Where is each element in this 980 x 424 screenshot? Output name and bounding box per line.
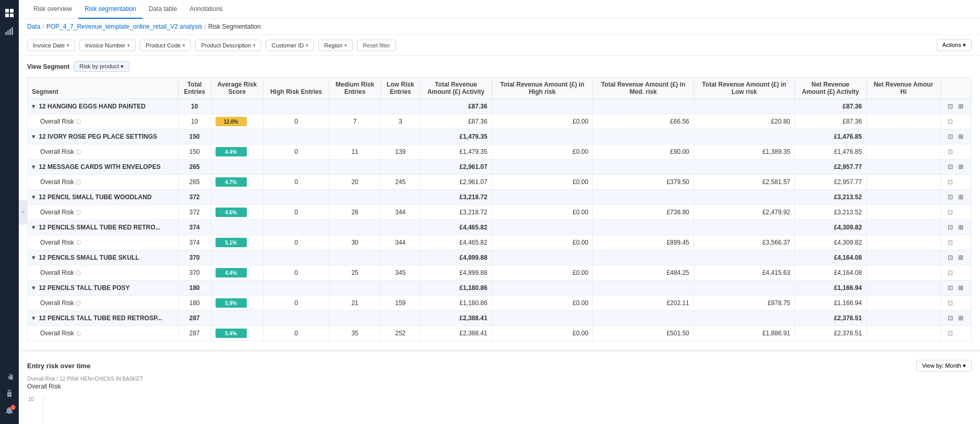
segment-name: ▾ 12 HANGING EGGS HAND PAINTED <box>28 99 178 114</box>
expand-icon[interactable]: ▾ <box>32 163 35 171</box>
expand-icon[interactable]: ▾ <box>32 224 35 231</box>
expand-icon[interactable]: ▾ <box>32 133 35 140</box>
row-open-icon[interactable]: ⊡ <box>945 298 955 308</box>
low-risk-entries: 344 <box>380 235 420 250</box>
sidebar-grid-icon[interactable] <box>2 6 17 20</box>
sidebar-lock-icon[interactable] <box>2 386 17 401</box>
segment-type-button[interactable]: Risk by product ▾ <box>74 61 129 72</box>
total-entries: 150 <box>178 129 211 144</box>
col-avg-risk: Average RiskScore <box>211 78 263 99</box>
row-open-icon[interactable]: ⊡ <box>945 177 955 187</box>
sidebar-alert-icon[interactable]: 1 <box>2 404 17 418</box>
risk-row: Overall Risk ⓘ 374 5.1% 0 30 344 £4,465.… <box>28 235 972 250</box>
row-expand-icon[interactable]: ⊡ <box>945 313 955 323</box>
row-expand-icon[interactable]: ⊡ <box>945 101 955 112</box>
row-open-icon[interactable]: ⊡ <box>945 328 955 338</box>
med-rev: £66.56 <box>593 114 694 129</box>
expand-icon[interactable]: ▾ <box>32 314 35 322</box>
info-icon[interactable]: ⓘ <box>76 331 81 336</box>
info-icon[interactable]: ⓘ <box>76 300 81 306</box>
risk-label: Overall Risk ⓘ <box>28 144 178 160</box>
col-med-risk: Medium RiskEntries <box>329 78 381 99</box>
total-rev-activity: £1,180.86 <box>420 296 492 311</box>
filter-product-code[interactable]: Product Code ▾ <box>140 40 191 51</box>
col-net-high: Net Revenue AmourHi <box>866 78 940 99</box>
risk-bar: 4.7% <box>216 177 247 187</box>
sidebar-chart-icon[interactable] <box>2 23 17 38</box>
med-rev: £202.11 <box>593 296 694 311</box>
info-icon[interactable]: ⓘ <box>76 149 81 155</box>
risk-bar-cell: 4.4% <box>211 265 263 281</box>
row-columns-icon[interactable]: ⊞ <box>957 283 964 293</box>
tab-risk-overview[interactable]: Risk overview <box>27 0 78 19</box>
chart-subtitle: Overall Risk <box>27 383 972 390</box>
total-entries: 372 <box>178 190 211 205</box>
med-rev: £738.80 <box>593 205 694 220</box>
risk-row: Overall Risk ⓘ 370 4.4% 0 25 345 £4,899.… <box>28 265 972 281</box>
chart-title: Entry risk over time <box>27 362 90 370</box>
risk-row: Overall Risk ⓘ 265 4.7% 0 20 245 £2,961.… <box>28 175 972 190</box>
row-expand-icon[interactable]: ⊡ <box>945 222 955 233</box>
info-icon[interactable]: ⓘ <box>76 210 81 215</box>
row-columns-icon[interactable]: ⊞ <box>957 192 964 202</box>
filter-customer-id[interactable]: Customer ID ▾ <box>266 40 314 51</box>
chart-section: Entry risk over time View by: Month ▾ Ov… <box>19 349 980 424</box>
info-icon[interactable]: ⓘ <box>76 270 81 276</box>
info-icon[interactable]: ⓘ <box>76 119 81 125</box>
row-open-icon[interactable]: ⊡ <box>945 237 955 248</box>
row-expand-icon[interactable]: ⊡ <box>945 283 955 293</box>
med-risk-entries: 30 <box>329 235 381 250</box>
row-expand-icon[interactable]: ⊡ <box>945 192 955 202</box>
risk-row: Overall Risk ⓘ 372 4.6% 0 28 344 £3,218.… <box>28 205 972 220</box>
row-expand-icon[interactable]: ⊡ <box>945 162 955 172</box>
col-actions <box>940 78 971 99</box>
row-open-icon[interactable]: ⊡ <box>945 207 955 217</box>
low-rev: £2,581.57 <box>694 175 794 190</box>
filter-invoice-date[interactable]: Invoice Date ▾ <box>27 40 75 51</box>
chart-svg <box>43 396 972 424</box>
risk-bar: 5.9% <box>216 298 247 308</box>
breadcrumb-data[interactable]: Data <box>27 23 40 30</box>
row-open-icon[interactable]: ⊡ <box>945 268 955 278</box>
filter-region[interactable]: Region ▾ <box>318 40 353 51</box>
row-columns-icon[interactable]: ⊞ <box>957 313 964 323</box>
row-expand-icon[interactable]: ⊡ <box>945 252 955 263</box>
row-columns-icon[interactable]: ⊞ <box>957 162 964 172</box>
row-columns-icon[interactable]: ⊞ <box>957 102 964 111</box>
reset-filter-button[interactable]: Reset filter <box>357 40 396 51</box>
risk-bar: 12.0% <box>216 117 247 126</box>
net-rev: £2,957.77 <box>795 175 866 190</box>
col-med-rev: Total Revenue Amount (£) inMed. risk <box>593 78 694 99</box>
tab-risk-segmentation[interactable]: Risk segmentation <box>78 0 142 19</box>
segment-row: ▾ 12 PENCIL SMALL TUBE WOODLAND 372 £3,2… <box>28 190 972 205</box>
view-by-button[interactable]: View by: Month ▾ <box>916 360 972 372</box>
sidebar-settings-icon[interactable] <box>2 368 17 383</box>
risk-bar: 4.4% <box>216 147 247 156</box>
filter-invoice-number[interactable]: Invoice Number ▾ <box>79 40 136 51</box>
expand-icon[interactable]: ▾ <box>32 254 35 261</box>
risk-bar: 4.4% <box>216 268 247 277</box>
filter-product-desc[interactable]: Product Description ▾ <box>195 40 261 51</box>
total-rev-activity: £1,479.35 <box>420 144 492 160</box>
high-rev: £0.00 <box>492 296 592 311</box>
row-expand-icon[interactable]: ⊡ <box>945 131 955 142</box>
risk-bar-cell: 4.4% <box>211 144 263 160</box>
expand-icon[interactable]: ▾ <box>32 193 35 201</box>
sidebar: 1 <box>0 0 19 424</box>
expand-icon[interactable]: ▾ <box>32 284 35 292</box>
total-entries: 10 <box>178 99 211 114</box>
actions-button[interactable]: Actions ▾ <box>937 39 972 51</box>
info-icon[interactable]: ⓘ <box>76 179 81 185</box>
row-columns-icon[interactable]: ⊞ <box>957 253 964 262</box>
info-icon[interactable]: ⓘ <box>76 240 81 246</box>
row-columns-icon[interactable]: ⊞ <box>957 132 964 141</box>
breadcrumb-analysis[interactable]: POP_4_7_Revenue_template_online_retail_V… <box>46 23 202 30</box>
tab-data-table[interactable]: Data table <box>142 0 184 19</box>
back-panel[interactable]: ‹ <box>19 200 27 225</box>
expand-icon[interactable]: ▾ <box>32 103 35 110</box>
row-open-icon[interactable]: ⊡ <box>945 116 955 127</box>
row-open-icon[interactable]: ⊡ <box>945 147 955 157</box>
row-columns-icon[interactable]: ⊞ <box>957 223 964 232</box>
med-rev: £90.00 <box>593 144 694 160</box>
tab-annotations[interactable]: Annotations <box>183 0 229 19</box>
